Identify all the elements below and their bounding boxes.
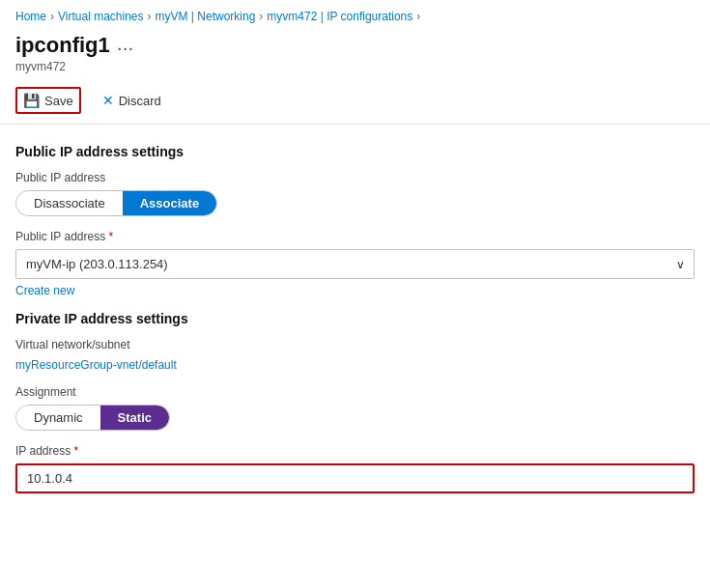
breadcrumb-networking[interactable]: myVM | Networking bbox=[156, 10, 256, 23]
discard-icon: ✕ bbox=[102, 93, 114, 108]
ip-input-wrapper bbox=[15, 463, 695, 493]
vnet-subnet-label: Virtual network/subnet bbox=[15, 338, 695, 351]
discard-button[interactable]: ✕ Discard bbox=[97, 89, 167, 112]
assignment-label: Assignment bbox=[15, 385, 695, 399]
more-options-icon[interactable]: ... bbox=[118, 38, 135, 53]
breadcrumb-ipconfigs[interactable]: myvm472 | IP configurations bbox=[267, 10, 412, 23]
disassociate-button[interactable]: Disassociate bbox=[16, 191, 123, 215]
private-ip-section-title: Private IP address settings bbox=[15, 311, 695, 326]
page-header: ipconfig1 ... myvm472 bbox=[0, 29, 710, 73]
save-button[interactable]: 💾 Save bbox=[15, 87, 81, 114]
public-ip-address-label: Public IP address * bbox=[15, 230, 695, 243]
breadcrumb-vms[interactable]: Virtual machines bbox=[58, 10, 144, 23]
breadcrumb: Home › Virtual machines › myVM | Network… bbox=[0, 0, 710, 29]
save-label: Save bbox=[44, 94, 73, 108]
assignment-toggle-group: Dynamic Static bbox=[15, 405, 170, 431]
static-button[interactable]: Static bbox=[100, 406, 169, 430]
public-ip-address-field: Public IP address * myVM-ip (203.0.113.2… bbox=[15, 230, 695, 297]
public-ip-field: Public IP address Disassociate Associate bbox=[15, 171, 695, 216]
dynamic-button[interactable]: Dynamic bbox=[16, 406, 100, 430]
save-icon: 💾 bbox=[23, 93, 40, 108]
public-ip-dropdown-wrapper: myVM-ip (203.0.113.254) ∨ bbox=[15, 249, 695, 279]
vnet-subnet-link[interactable]: myResourceGroup-vnet/default bbox=[15, 358, 177, 372]
vnet-subnet-field: Virtual network/subnet myResourceGroup-v… bbox=[15, 338, 695, 372]
ip-address-field: IP address * bbox=[15, 444, 695, 493]
discard-label: Discard bbox=[119, 94, 161, 108]
public-ip-section-title: Public IP address settings bbox=[15, 144, 695, 159]
public-ip-toggle-group: Disassociate Associate bbox=[15, 190, 217, 216]
ip-address-label: IP address * bbox=[15, 444, 695, 458]
public-ip-select[interactable]: myVM-ip (203.0.113.254) bbox=[15, 249, 695, 279]
associate-button[interactable]: Associate bbox=[123, 191, 216, 215]
assignment-field: Assignment Dynamic Static bbox=[15, 385, 695, 431]
create-new-link[interactable]: Create new bbox=[15, 284, 74, 297]
toolbar: 💾 Save ✕ Discard bbox=[0, 77, 710, 125]
page-subtitle: myvm472 bbox=[15, 60, 695, 73]
main-content: Public IP address settings Public IP add… bbox=[0, 125, 710, 522]
page-title: ipconfig1 bbox=[15, 33, 110, 58]
ip-address-input[interactable] bbox=[17, 465, 693, 491]
breadcrumb-home[interactable]: Home bbox=[15, 10, 46, 23]
public-ip-label: Public IP address bbox=[15, 171, 695, 184]
